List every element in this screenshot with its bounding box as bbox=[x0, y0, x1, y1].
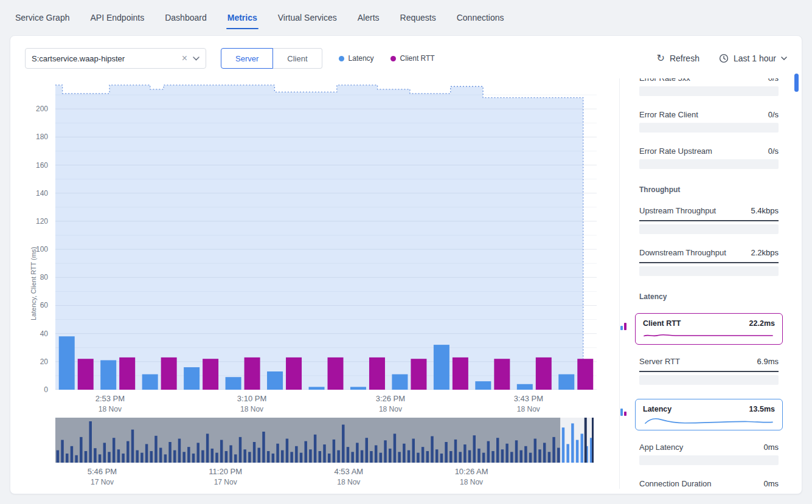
client-rtt-bar[interactable] bbox=[536, 357, 552, 390]
metric-value: 22.2ms bbox=[749, 319, 775, 328]
metric-row-server-rtt[interactable]: Server RTT6.9ms bbox=[639, 357, 779, 385]
latency-bar[interactable] bbox=[517, 384, 533, 390]
client-rtt-bar[interactable] bbox=[453, 357, 468, 390]
x-tick-label: 11:20 PM17 Nov bbox=[198, 467, 253, 486]
section-heading-latency: Latency bbox=[639, 292, 779, 301]
metric-card-latency[interactable]: Latency13.5ms bbox=[635, 399, 783, 430]
client-toggle-button[interactable]: Client bbox=[273, 48, 322, 69]
legend-label: Latency bbox=[349, 54, 374, 63]
metric-sparkline bbox=[643, 330, 775, 340]
metric-row-upstream-throughput[interactable]: Upstream Throughput5.4kbps bbox=[639, 206, 779, 234]
latency-bar[interactable] bbox=[59, 336, 75, 390]
client-rtt-bar[interactable] bbox=[161, 357, 177, 390]
scrollbar-thumb[interactable] bbox=[794, 74, 799, 92]
metric-row-error-rate-client[interactable]: Error Rate Client0/s bbox=[639, 110, 779, 133]
legend-item-latency[interactable]: Latency bbox=[339, 54, 374, 63]
time-range-select[interactable]: Last 1 hour bbox=[719, 54, 787, 63]
y-tick-label: 20 bbox=[40, 357, 48, 366]
time-range-label: Last 1 hour bbox=[734, 54, 776, 63]
client-rtt-bar[interactable] bbox=[119, 357, 135, 390]
latency-bar[interactable] bbox=[350, 387, 366, 390]
chart-legend: Latency Client RTT bbox=[339, 54, 435, 63]
metric-value: 13.5ms bbox=[749, 405, 775, 413]
metric-label: App Latency bbox=[639, 443, 683, 452]
refresh-button[interactable]: ↻ Refresh bbox=[657, 54, 699, 63]
metric-sparkline bbox=[639, 371, 779, 372]
nav-item-dashboard[interactable]: Dashboard bbox=[154, 8, 217, 27]
metric-value: 6.9ms bbox=[757, 357, 779, 366]
overview-brush-chart[interactable] bbox=[55, 418, 594, 463]
latency-bar[interactable] bbox=[558, 375, 574, 390]
client-rtt-bar[interactable] bbox=[328, 357, 344, 390]
metric-label: Error Rate Upstream bbox=[639, 147, 712, 156]
service-select-value: S:cartservice.waap-hipster bbox=[32, 54, 176, 63]
x-tick-label: 3:43 PM18 Nov bbox=[501, 394, 556, 413]
latency-bar-chart[interactable] bbox=[55, 81, 597, 390]
latency-bar[interactable] bbox=[434, 345, 449, 390]
x-tick-label: 4:53 AM18 Nov bbox=[321, 467, 376, 486]
nav-item-requests[interactable]: Requests bbox=[390, 8, 446, 27]
latency-bar[interactable] bbox=[142, 375, 158, 390]
y-tick-label: 140 bbox=[36, 189, 48, 198]
client-rtt-bar[interactable] bbox=[577, 359, 593, 390]
chart-area: Latency, Client RTT (ms) 020406080100120… bbox=[25, 78, 606, 492]
latency-bar[interactable] bbox=[267, 371, 283, 390]
client-rtt-bar[interactable] bbox=[411, 359, 426, 390]
metric-chart-strip bbox=[639, 123, 779, 133]
metric-label: Error Rate Client bbox=[639, 110, 698, 119]
latency-bar[interactable] bbox=[392, 375, 408, 390]
metric-value: 0/s bbox=[768, 147, 779, 156]
metric-row-downstream-throughput[interactable]: Downstream Throughput2.2kbps bbox=[639, 248, 779, 276]
metric-value: 0ms bbox=[763, 479, 779, 488]
metric-row-error-rate-upstream[interactable]: Error Rate Upstream0/s bbox=[639, 147, 779, 169]
metric-value: 0/s bbox=[768, 78, 779, 83]
x-tick-label: 5:46 PM17 Nov bbox=[75, 467, 130, 486]
latency-bar[interactable] bbox=[226, 377, 241, 390]
server-client-toggle: Server Client bbox=[221, 48, 322, 69]
latency-bar[interactable] bbox=[475, 381, 491, 390]
latency-bar[interactable] bbox=[309, 387, 325, 390]
client-rtt-bar[interactable] bbox=[369, 357, 385, 390]
metric-value: 5.4kbps bbox=[751, 206, 779, 215]
metric-label: Server RTT bbox=[639, 357, 680, 366]
latency-bar[interactable] bbox=[100, 361, 116, 390]
client-rtt-bar[interactable] bbox=[245, 357, 260, 390]
nav-item-virtual-services[interactable]: Virtual Services bbox=[268, 8, 347, 27]
chevron-down-icon[interactable] bbox=[193, 57, 200, 61]
nav-item-connections[interactable]: Connections bbox=[446, 8, 515, 27]
x-tick-label: 3:26 PM18 Nov bbox=[363, 394, 418, 413]
client-rtt-bar[interactable] bbox=[203, 359, 218, 390]
metric-row-connection-duration[interactable]: Connection Duration0ms bbox=[639, 479, 779, 489]
chevron-down-icon bbox=[781, 57, 787, 60]
y-tick-label: 160 bbox=[36, 161, 48, 170]
nav-item-api-endpoints[interactable]: API Endpoints bbox=[80, 8, 154, 27]
client-rtt-bar[interactable] bbox=[78, 359, 94, 390]
overview-x-axis-ticks: 5:46 PM17 Nov11:20 PM17 Nov4:53 AM18 Nov… bbox=[55, 467, 594, 490]
metric-chart-strip bbox=[639, 159, 779, 169]
clear-icon[interactable]: × bbox=[182, 54, 187, 63]
brush-handle[interactable] bbox=[585, 418, 587, 463]
legend-item-client-rtt[interactable]: Client RTT bbox=[390, 54, 435, 63]
metric-card-client-rtt[interactable]: Client RTT22.2ms bbox=[635, 313, 783, 345]
server-toggle-button[interactable]: Server bbox=[221, 48, 273, 69]
metric-label: Connection Duration bbox=[639, 479, 712, 488]
nav-item-metrics[interactable]: Metrics bbox=[217, 8, 268, 27]
client-rtt-bar[interactable] bbox=[286, 357, 302, 390]
toolbar-right: ↻ Refresh Last 1 hour bbox=[657, 54, 788, 63]
metric-chart-strip bbox=[639, 375, 779, 385]
service-select[interactable]: S:cartservice.waap-hipster × bbox=[25, 48, 206, 69]
time-selection-area[interactable] bbox=[55, 85, 583, 390]
metric-sparkline bbox=[639, 220, 779, 221]
brush-handle[interactable] bbox=[592, 418, 594, 463]
latency-bar[interactable] bbox=[184, 367, 200, 390]
nav-item-alerts[interactable]: Alerts bbox=[347, 8, 390, 27]
legend-label: Client RTT bbox=[400, 54, 435, 63]
client-rtt-bar[interactable] bbox=[494, 359, 510, 390]
x-tick-label: 10:26 AM18 Nov bbox=[444, 467, 499, 486]
metric-row-error-rate-5xx[interactable]: Error Rate 5xx0/s bbox=[639, 78, 779, 96]
x-tick-label: 2:53 PM18 Nov bbox=[83, 394, 137, 413]
refresh-label: Refresh bbox=[670, 54, 699, 63]
metric-row-app-latency[interactable]: App Latency0ms bbox=[639, 443, 779, 465]
nav-item-service-graph[interactable]: Service Graph bbox=[5, 8, 80, 27]
x-axis-ticks: 2:53 PM18 Nov3:10 PM18 Nov3:26 PM18 Nov3… bbox=[55, 394, 597, 417]
